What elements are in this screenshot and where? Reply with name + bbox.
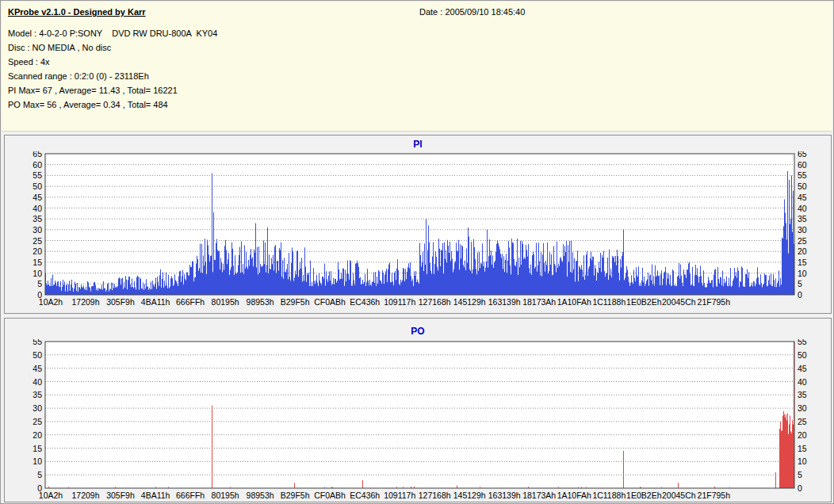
svg-text:50: 50 <box>33 350 42 360</box>
svg-text:60: 60 <box>33 160 42 170</box>
svg-text:163139h: 163139h <box>488 491 521 500</box>
svg-text:35: 35 <box>33 390 42 399</box>
svg-text:15: 15 <box>798 444 807 453</box>
svg-text:80195h: 80195h <box>212 491 239 500</box>
svg-text:50: 50 <box>798 181 807 191</box>
svg-text:CF0ABh: CF0ABh <box>314 297 346 307</box>
svg-text:666FFh: 666FFh <box>176 297 205 307</box>
kprobe-window: KProbe v2.1.0 - Designed by Karr Date : … <box>0 0 834 504</box>
svg-text:10: 10 <box>798 456 807 466</box>
svg-text:0: 0 <box>798 483 802 493</box>
svg-text:145129h: 145129h <box>453 297 486 307</box>
info-disc: Disc : NO MEDIA , No disc <box>8 40 217 55</box>
svg-text:30: 30 <box>33 403 42 413</box>
svg-text:4BA11h: 4BA11h <box>141 297 170 307</box>
svg-text:5: 5 <box>37 470 42 479</box>
svg-text:21F795h: 21F795h <box>698 297 731 307</box>
svg-text:55: 55 <box>798 170 807 180</box>
svg-text:1A10FAh: 1A10FAh <box>557 491 591 500</box>
svg-text:20: 20 <box>798 430 807 440</box>
svg-text:127168h: 127168h <box>419 491 451 500</box>
svg-text:30: 30 <box>798 225 807 235</box>
svg-text:109117h: 109117h <box>384 297 415 307</box>
svg-text:15: 15 <box>798 258 807 267</box>
svg-text:65: 65 <box>33 151 42 158</box>
svg-text:10: 10 <box>33 269 42 278</box>
svg-text:163139h: 163139h <box>488 297 521 307</box>
svg-text:18173Ah: 18173Ah <box>522 297 556 307</box>
svg-text:45: 45 <box>798 193 807 202</box>
svg-text:1E0B2Eh: 1E0B2Eh <box>626 491 662 500</box>
svg-text:10A2h: 10A2h <box>39 491 63 500</box>
svg-text:EC436h: EC436h <box>350 491 380 500</box>
svg-text:55: 55 <box>798 339 807 346</box>
svg-text:80195h: 80195h <box>212 297 239 307</box>
svg-text:18173Ah: 18173Ah <box>522 491 556 500</box>
info-scanned-range: Scanned range : 0:2:0 (0) - 23118Eh <box>8 69 217 83</box>
svg-text:20045Ch: 20045Ch <box>662 491 696 500</box>
svg-text:98953h: 98953h <box>247 297 274 307</box>
svg-text:98953h: 98953h <box>247 491 274 500</box>
info-model: Model : 4-0-2-0 P:SONY DVD RW DRU-800A K… <box>8 26 217 40</box>
svg-text:5: 5 <box>37 279 42 288</box>
svg-text:45: 45 <box>33 193 42 202</box>
svg-text:127168h: 127168h <box>419 297 451 307</box>
svg-text:25: 25 <box>33 417 42 426</box>
svg-text:CF0ABh: CF0ABh <box>314 491 346 500</box>
po-chart: 0055101015152020252530303535404045455050… <box>5 339 831 500</box>
svg-text:25: 25 <box>798 417 807 426</box>
info-speed: Speed : 4x <box>8 55 217 69</box>
svg-text:666FFh: 666FFh <box>176 491 205 500</box>
scan-date: Date : 2005/09/10 18:45:40 <box>419 7 525 17</box>
svg-text:0: 0 <box>798 290 802 300</box>
po-panel: PO 0055101015152020252530303535404045455… <box>4 318 832 502</box>
svg-text:20: 20 <box>798 246 807 256</box>
svg-text:109117h: 109117h <box>384 491 415 500</box>
svg-text:145129h: 145129h <box>453 491 486 500</box>
svg-text:10: 10 <box>798 269 807 278</box>
svg-text:5: 5 <box>798 470 802 479</box>
info-po-stats: PO Max= 56 , Average= 0.34 , Total= 484 <box>8 97 217 112</box>
svg-text:40: 40 <box>798 204 807 213</box>
svg-text:B29F5h: B29F5h <box>281 491 310 500</box>
svg-text:25: 25 <box>33 236 42 246</box>
svg-text:20045Ch: 20045Ch <box>662 297 696 307</box>
svg-text:45: 45 <box>798 364 807 373</box>
svg-text:20: 20 <box>33 246 42 256</box>
svg-text:30: 30 <box>798 403 807 413</box>
svg-text:35: 35 <box>798 390 807 399</box>
svg-text:50: 50 <box>33 181 42 191</box>
svg-text:10A2h: 10A2h <box>39 297 63 307</box>
svg-text:20: 20 <box>33 430 42 440</box>
svg-text:35: 35 <box>798 214 807 223</box>
svg-text:60: 60 <box>798 160 807 170</box>
pi-panel: PI 0055101015152020252530303535404045455… <box>4 135 832 314</box>
svg-text:4BA11h: 4BA11h <box>141 491 170 500</box>
svg-text:50: 50 <box>798 350 807 360</box>
svg-text:1C1188h: 1C1188h <box>592 491 626 500</box>
svg-text:65: 65 <box>798 151 807 158</box>
svg-text:55: 55 <box>33 170 42 180</box>
po-chart-title: PO <box>5 326 831 337</box>
svg-text:21F795h: 21F795h <box>698 491 731 500</box>
svg-text:35: 35 <box>33 214 42 223</box>
app-title: KProbe v2.1.0 - Designed by Karr <box>8 7 146 17</box>
svg-text:B29F5h: B29F5h <box>281 297 310 307</box>
svg-text:15: 15 <box>33 444 42 453</box>
svg-text:25: 25 <box>798 236 807 246</box>
svg-text:10: 10 <box>33 456 42 466</box>
svg-text:40: 40 <box>798 377 807 387</box>
svg-text:1E0B2Eh: 1E0B2Eh <box>626 297 662 307</box>
pi-chart-title: PI <box>5 139 831 150</box>
header-panel: KProbe v2.1.0 - Designed by Karr Date : … <box>2 2 832 132</box>
svg-text:40: 40 <box>33 377 42 387</box>
svg-text:55: 55 <box>33 339 42 346</box>
info-pi-stats: PI Max= 67 , Average= 11.43 , Total= 162… <box>8 83 217 97</box>
svg-text:1C1188h: 1C1188h <box>592 297 626 307</box>
svg-text:45: 45 <box>33 364 42 373</box>
svg-text:305F9h: 305F9h <box>106 297 135 307</box>
svg-text:40: 40 <box>33 204 42 213</box>
svg-text:15: 15 <box>33 258 42 267</box>
info-lines: Model : 4-0-2-0 P:SONY DVD RW DRU-800A K… <box>8 26 217 112</box>
svg-text:17209h: 17209h <box>71 297 99 307</box>
